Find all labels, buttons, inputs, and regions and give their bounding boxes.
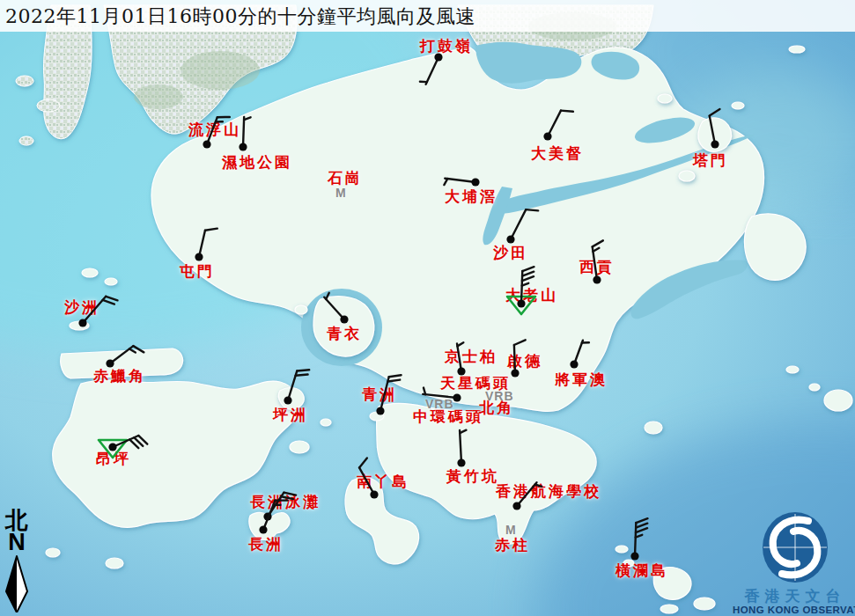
station-status-marker: VRB (425, 397, 454, 411)
hko-english-name: HONG KONG OBSERVATORY (733, 605, 855, 616)
station-label: 大老山 (505, 288, 558, 304)
station-label: 大埔滘 (445, 189, 498, 205)
station-label: 赤鱲角 (93, 369, 146, 385)
station-label: 南丫島 (357, 474, 409, 490)
north-compass: 北 N (2, 509, 32, 616)
station-label: 將軍澳 (555, 372, 608, 388)
station-label: 打鼓嶺 (420, 39, 473, 55)
station-label: 京士柏 (445, 349, 498, 365)
weather-map-screen: 2022年11月01日16時00分的十分鐘平均風向及風速 打鼓嶺流浮山濕地公園大… (0, 0, 855, 616)
compass-north-letter: N (2, 532, 32, 553)
compass-arrow-icon (3, 553, 31, 612)
station-label: 塔門 (693, 153, 728, 169)
station-label: 屯門 (180, 264, 215, 280)
hko-logo-icon (744, 510, 846, 584)
station-label: 啟德 (507, 354, 542, 370)
station-label: 黃竹坑 (446, 469, 499, 485)
station-status-marker: M (335, 186, 347, 200)
station-label: 坪洲 (273, 407, 308, 423)
station-label: 流浮山 (188, 122, 241, 138)
hko-chinese-name: 香港天文台 (733, 588, 855, 605)
station-label: 赤柱 (495, 538, 530, 554)
station-label: 大美督 (531, 146, 584, 162)
station-status-marker: M (505, 523, 517, 537)
station-label: 青衣 (327, 326, 362, 342)
station-label: 昂坪 (96, 451, 131, 467)
station-label: 中環碼頭 (413, 409, 483, 425)
station-label: 西貢 (579, 260, 615, 275)
station-label: 沙洲 (64, 300, 100, 316)
station-label: 沙田 (493, 246, 528, 261)
station-label: 青洲 (362, 387, 397, 403)
station-label: 濕地公園 (222, 155, 292, 171)
station-label: 石崗 (328, 171, 363, 187)
station-label: 長洲泳灘 (250, 495, 321, 510)
hko-logo: 香港天文台 HONG KONG OBSERVATORY (733, 510, 855, 615)
station-label: 長洲 (248, 537, 284, 553)
station-label: 橫瀾島 (615, 563, 668, 579)
station-label: 香港航海學校 (496, 484, 601, 500)
station-labels-layer: 打鼓嶺流浮山濕地公園大美督塔門石崗M大埔滘沙田屯門沙洲西貢大老山青衣赤鱲角京士柏… (0, 0, 855, 616)
station-status-marker: VRB (485, 389, 514, 403)
